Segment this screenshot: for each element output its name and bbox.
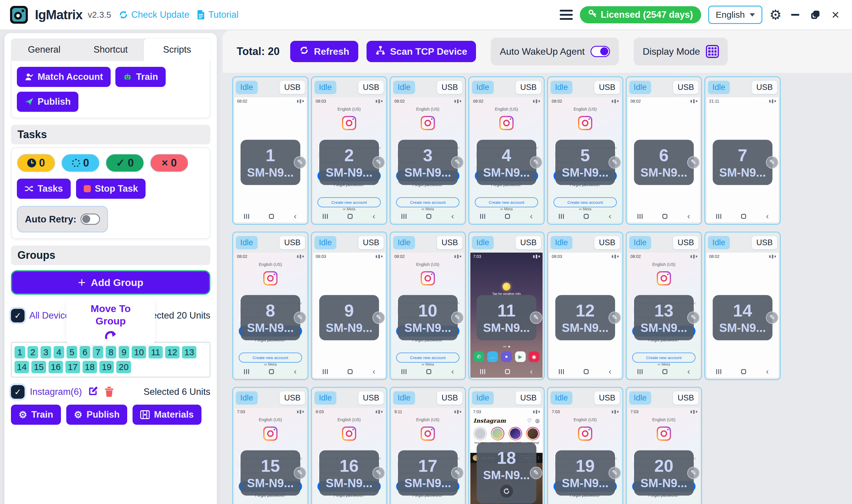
edit-device-icon[interactable]: ✎ (451, 156, 464, 168)
edit-device-icon[interactable]: ✎ (451, 311, 464, 324)
match-account-button[interactable]: Match Account (17, 67, 111, 87)
menu-icon[interactable] (560, 10, 573, 20)
edit-device-icon[interactable]: ✎ (687, 156, 700, 168)
phone-screen: 21:11‹7SM-N9...✎ (706, 97, 779, 222)
device-card[interactable]: IdleUSB7:03English (US)Username, email o… (232, 387, 309, 504)
tab-general[interactable]: General (11, 38, 77, 61)
edit-device-icon[interactable]: ✎ (530, 156, 542, 168)
device-card[interactable]: IdleUSB08:03‹12SM-N9...✎ (547, 232, 623, 380)
edit-device-icon[interactable]: ✎ (373, 311, 385, 324)
device-card[interactable]: IdleUSB7:03English (US)Username, email o… (547, 387, 623, 504)
close-button[interactable]: × (829, 8, 842, 21)
edit-device-icon[interactable]: ✎ (687, 467, 700, 479)
device-card[interactable]: IdleUSB08:02‹6SM-N9...✎ (626, 76, 702, 225)
edit-device-icon[interactable]: ✎ (530, 467, 542, 479)
device-card[interactable]: IdleUSB08:02English (US)Username, email … (389, 76, 466, 225)
stop-task-button[interactable]: Stop Task (76, 179, 146, 199)
device-number-chip[interactable]: 14 (15, 361, 29, 373)
train-button[interactable]: Train (115, 67, 166, 87)
edit-device-icon[interactable]: ✎ (294, 467, 306, 479)
edit-device-icon[interactable]: ✎ (530, 311, 542, 324)
browser-app-icon: ● (501, 352, 512, 362)
language-select[interactable]: English (708, 6, 762, 24)
device-number-chip[interactable]: 5 (67, 346, 77, 359)
device-number-chip[interactable]: 19 (99, 361, 114, 373)
device-card[interactable]: IdleUSB7:03Instagram♡◎Your storymr.anime… (468, 387, 545, 504)
device-card[interactable]: IdleUSB08:03English (US)Username, email … (311, 76, 387, 225)
device-number-chip[interactable]: 15 (31, 361, 46, 373)
edit-device-icon[interactable]: ✎ (451, 467, 464, 479)
device-number-chip[interactable]: 13 (182, 346, 196, 359)
scan-tcp-button[interactable]: Scan TCP Device (366, 41, 476, 62)
device-card[interactable]: IdleUSB08:02‹14SM-N9...✎ (704, 232, 781, 380)
auto-retry-toggle[interactable] (80, 214, 100, 225)
group-materials-button[interactable]: Materials (132, 404, 201, 425)
device-card[interactable]: IdleUSB7:03Tap for weather info✆…●▶◉‹11S… (468, 232, 545, 380)
device-number-chip[interactable]: 6 (79, 346, 90, 359)
auto-wakeup-toggle[interactable] (591, 46, 610, 57)
device-card[interactable]: IdleUSB08:03‹9SM-N9...✎ (311, 232, 387, 380)
device-number-chip[interactable]: 10 (132, 346, 146, 359)
replay-icon (500, 485, 513, 498)
device-card[interactable]: IdleUSB08:02English (US)Username, email … (547, 76, 623, 225)
device-number-chip[interactable]: 12 (165, 346, 180, 359)
phone-screen: 08:03English (US)Username, email or mobi… (313, 97, 385, 222)
device-number-chip[interactable]: 11 (148, 346, 162, 359)
grid-icon[interactable] (706, 45, 719, 58)
all-devices-checkbox[interactable]: ✓ (11, 309, 24, 322)
edit-device-icon[interactable]: ✎ (609, 467, 621, 479)
device-card[interactable]: IdleUSB08:02English (US)Username, email … (626, 232, 702, 380)
edit-device-icon[interactable]: ✎ (609, 311, 621, 324)
instagram-group-label[interactable]: Instagram(6) (30, 386, 82, 397)
device-number-chip[interactable]: 1 (15, 346, 25, 359)
edit-device-icon[interactable]: ✎ (609, 156, 621, 168)
edit-device-icon[interactable]: ✎ (766, 156, 778, 168)
device-number-chip[interactable]: 9 (119, 346, 129, 359)
publish-button[interactable]: Publish (17, 92, 78, 112)
status-icons (454, 410, 461, 414)
tasks-button[interactable]: Tasks (17, 179, 71, 199)
instagram-group-checkbox[interactable]: ✓ (11, 385, 24, 399)
device-card[interactable]: IdleUSB08:02English (US)Username, email … (389, 232, 466, 380)
device-number-chip[interactable]: 3 (40, 346, 51, 359)
move-to-group-button[interactable]: Move To Group (66, 298, 155, 345)
device-card[interactable]: IdleUSB08:02English (US)Username, email … (468, 76, 545, 225)
device-card[interactable]: IdleUSB21:11‹7SM-N9...✎ (704, 76, 781, 225)
device-card[interactable]: IdleUSB7:03English (US)Username, email o… (626, 387, 702, 504)
edit-device-icon[interactable]: ✎ (294, 156, 306, 168)
tab-shortcut[interactable]: Shortcut (77, 38, 144, 61)
edit-device-icon[interactable]: ✎ (373, 156, 385, 168)
device-number-chip[interactable]: 20 (116, 361, 131, 373)
device-number-chip[interactable]: 18 (83, 361, 97, 373)
tasks-panel: 0 0 ✓ 0 × 0 (11, 147, 210, 239)
device-number-chip[interactable]: 4 (54, 346, 64, 359)
delete-group-icon[interactable] (104, 386, 114, 398)
edit-group-icon[interactable] (87, 386, 98, 398)
settings-gear-icon[interactable]: ⚙ (769, 8, 782, 22)
tab-scripts[interactable]: Scripts (144, 38, 210, 61)
device-number-chip[interactable]: 7 (93, 346, 103, 359)
check-update-link[interactable]: Check Update (118, 10, 189, 20)
device-card[interactable]: IdleUSB8:03English (US)Username, email o… (311, 387, 387, 504)
add-group-button[interactable]: + Add Group (11, 270, 210, 294)
status-time: 9:11 (394, 409, 402, 414)
device-card-header: IdleUSB (627, 388, 701, 408)
group-train-button[interactable]: ⚙ Train (11, 404, 61, 425)
license-badge[interactable]: Licensed (2547 days) (580, 6, 701, 23)
edit-device-icon[interactable]: ✎ (294, 311, 306, 324)
group-publish-button[interactable]: ⚙ Publish (66, 404, 127, 425)
device-card[interactable]: IdleUSB08:02English (US)Username, email … (232, 232, 309, 380)
edit-device-icon[interactable]: ✎ (766, 311, 778, 324)
device-card[interactable]: IdleUSB9:11English (US)Username, email o… (389, 387, 466, 504)
device-number-chip[interactable]: 17 (66, 361, 80, 373)
refresh-button[interactable]: Refresh (290, 41, 358, 62)
device-card[interactable]: IdleUSB08:02‹1SM-N9...✎ (232, 76, 309, 225)
minimize-button[interactable] (789, 8, 802, 21)
restore-button[interactable] (809, 8, 822, 21)
device-number-chip[interactable]: 16 (49, 361, 63, 373)
device-number-chip[interactable]: 8 (106, 346, 116, 359)
edit-device-icon[interactable]: ✎ (687, 311, 700, 324)
device-number-chip[interactable]: 2 (28, 346, 38, 359)
edit-device-icon[interactable]: ✎ (373, 467, 385, 479)
tutorial-link[interactable]: Tutorial (196, 10, 238, 20)
